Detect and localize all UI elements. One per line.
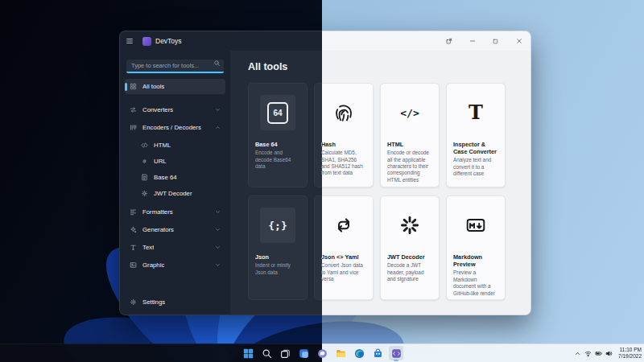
yaml-loop-icon (333, 215, 354, 236)
tool-card-description: Preview a Markdown document with a GitHu… (453, 269, 498, 297)
sidebar-item-formatters[interactable]: Formatters (125, 204, 225, 220)
edge-icon (354, 348, 365, 359)
tool-card-title: JWT Decoder (387, 253, 432, 261)
sidebar-item-label: Base 64 (154, 174, 177, 181)
sidebar-item-jwt-decoder[interactable]: JWT Decoder (125, 186, 225, 200)
sidebar-item-label: JWT Decoder (154, 190, 192, 197)
tool-icon-panel: {;} (260, 208, 295, 243)
sidebar-item-settings[interactable]: Settings (125, 294, 225, 310)
tool-card-markdown-preview[interactable]: Markdown PreviewPreview a Markdown docum… (446, 195, 506, 300)
clock-date: 7/19/2022 (618, 353, 642, 360)
battery-icon[interactable] (595, 350, 602, 357)
active-app-indicator (394, 360, 398, 361)
text-tools-icon (130, 244, 137, 251)
sidebar-item-all-tools[interactable]: All tools (125, 79, 225, 94)
taskbar-file-explorer-button[interactable] (333, 346, 348, 360)
store-icon (373, 348, 383, 359)
tool-card-description: Convert Json data to Yaml and vice versa (321, 262, 366, 282)
tool-card-title: Base 64 (255, 141, 300, 148)
search-icon (213, 60, 221, 67)
fingerprint-icon (333, 102, 354, 123)
desktop: DevToys All toolsConvertersEncoders / De… (0, 0, 644, 362)
task-view-icon (280, 348, 291, 359)
sidebar-item-label: Converters (142, 106, 173, 113)
all-tools-icon (130, 83, 137, 90)
sidebar-subitems: HTMLURLBase 64JWT Decoder (125, 138, 225, 200)
tool-icon-panel (458, 208, 493, 243)
caption-buttons (437, 31, 530, 51)
taskbar-task-view-button[interactable] (278, 346, 292, 360)
sidebar-item-label: Generators (142, 226, 174, 233)
graphic-icon (130, 261, 137, 269)
minimize-button[interactable] (460, 31, 484, 51)
sidebar-item-converters[interactable]: Converters (125, 102, 225, 117)
tool-card-json-yaml[interactable]: Json <> YamlConvert Json data to Yaml an… (314, 195, 374, 300)
maximize-icon (493, 39, 498, 44)
search-input[interactable] (126, 60, 224, 73)
tool-icon-panel: T (458, 95, 493, 130)
file-explorer-icon (336, 348, 346, 359)
tool-card-description: Encode or decode all the applicable char… (387, 150, 432, 183)
formatters-icon (130, 208, 137, 216)
tool-card-description: Analyze text and convert it to a differe… (453, 157, 498, 177)
code-card-icon: </> (399, 102, 420, 123)
json-braces-icon: {;} (267, 215, 288, 236)
taskbar-devtoys-button[interactable] (389, 346, 403, 360)
sidebar-item-label: URL (154, 158, 167, 165)
taskbar-clock[interactable]: 11:10 PM 7/19/2022 (618, 347, 642, 360)
tool-card-base-64[interactable]: 64Base 64Encode and decode Base64 data (248, 83, 308, 187)
tool-card-description: Encode and decode Base64 data (255, 150, 300, 170)
tool-card-title: Inspector & Case Converter (453, 141, 498, 155)
tray-overflow-chevron-icon[interactable] (574, 350, 581, 357)
system-tray: 11:10 PM 7/19/2022 (574, 344, 642, 362)
compact-overlay-button[interactable] (437, 31, 460, 51)
taskbar-store-button[interactable] (370, 346, 385, 360)
tool-card-json[interactable]: {;}JsonIndent or minify Json data (248, 195, 308, 300)
taskbar-search-button[interactable] (259, 346, 274, 360)
tool-icon-panel (326, 95, 361, 130)
volume-icon[interactable] (605, 350, 613, 357)
search-icon (262, 348, 272, 359)
sidebar-item-graphic[interactable]: Graphic (125, 257, 225, 273)
taskbar-widgets-button[interactable] (296, 346, 311, 360)
sidebar-item-encoders-decoders[interactable]: Encoders / Decoders (125, 120, 225, 135)
sidebar-item-base-64[interactable]: Base 64 (125, 170, 225, 184)
taskbar-start-button[interactable] (241, 346, 255, 360)
tool-icon-panel: 64 (260, 95, 295, 130)
sidebar-item-label: All tools (142, 83, 164, 90)
tool-card-title: Markdown Preview (453, 253, 498, 268)
close-button[interactable] (507, 31, 530, 51)
sidebar-item-text[interactable]: Text (125, 240, 225, 255)
sidebar-item-label: HTML (154, 142, 171, 149)
selection-indicator (125, 83, 127, 91)
tool-card-hash[interactable]: HashCalculate MD5, SHA1, SHA256 and SHA5… (314, 83, 374, 187)
close-icon (516, 38, 522, 44)
tool-card-title: Hash (321, 141, 366, 148)
sidebar-item-label: Graphic (142, 261, 164, 269)
window-title: DevToys (155, 37, 182, 45)
letter-t-icon: T (465, 102, 486, 123)
tool-icon-panel: </> (392, 95, 427, 130)
widgets-icon (299, 348, 309, 359)
sidebar: All toolsConvertersEncoders / DecodersHT… (120, 51, 230, 315)
sidebar-item-html[interactable]: HTML (125, 138, 225, 152)
sidebar-item-label: Text (142, 244, 154, 251)
tool-card-jwt-decoder[interactable]: JWT DecoderDecode a JWT header, payload … (380, 195, 440, 300)
start-icon (243, 348, 254, 359)
devtoys-icon (391, 348, 402, 359)
tool-icon-panel (392, 208, 427, 243)
maximize-button[interactable] (484, 31, 507, 51)
encoders-decoders-icon (130, 124, 137, 131)
tool-card-inspector-case-converter[interactable]: TInspector & Case ConverterAnalyze text … (446, 83, 506, 187)
network-icon[interactable] (584, 350, 592, 357)
menu-button[interactable] (120, 31, 139, 51)
markdown-icon (465, 215, 486, 236)
converters-icon (130, 106, 137, 113)
compact-overlay-icon (446, 38, 452, 44)
sidebar-item-url[interactable]: URL (125, 154, 225, 168)
clock-time: 11:10 PM (618, 347, 642, 353)
search-box (126, 56, 224, 73)
taskbar-edge-button[interactable] (352, 346, 366, 360)
sidebar-item-generators[interactable]: Generators (125, 222, 225, 237)
tool-card-html[interactable]: </>HTMLEncode or decode all the applicab… (380, 83, 440, 187)
